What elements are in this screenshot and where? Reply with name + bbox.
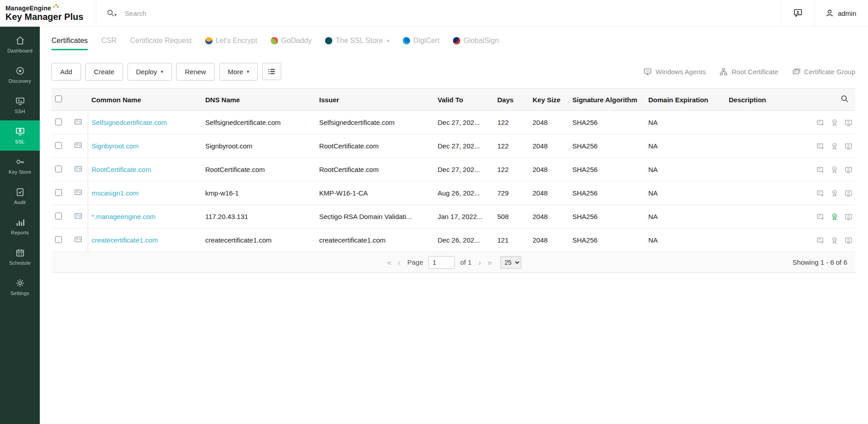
add-button[interactable]: Add — [52, 63, 81, 81]
select-all-checkbox[interactable] — [55, 95, 62, 102]
certificate-group-icon — [792, 67, 801, 76]
tab-globalsign[interactable]: GlobalSign — [453, 27, 499, 55]
column-header-description[interactable]: Description — [725, 89, 801, 111]
deploy-certificate-icon[interactable] — [816, 236, 825, 244]
next-page-button[interactable]: › — [477, 258, 482, 267]
main-content: Certificates CSR Certificate Request Let… — [40, 27, 868, 424]
certificate-link[interactable]: Selfsignedcertificate.com — [92, 119, 167, 126]
sign-certificate-icon[interactable] — [830, 142, 839, 150]
valid-to-cell: Dec 27, 202... — [434, 111, 494, 134]
tab-certificate-request[interactable]: Certificate Request — [130, 27, 192, 55]
topbar: ManageEngine Key Manager Plus ▾ — [0, 0, 868, 27]
dns-name-cell: Signbyroot.com — [202, 134, 316, 158]
previous-page-button[interactable]: ‹ — [396, 258, 402, 267]
deploy-certificate-icon[interactable] — [816, 142, 825, 150]
column-view-button[interactable] — [262, 63, 281, 80]
last-page-button[interactable]: » — [486, 258, 493, 267]
column-header-issuer[interactable]: Issuer — [316, 89, 434, 111]
brand-logo[interactable]: ManageEngine Key Manager Plus — [0, 5, 96, 21]
create-button[interactable]: Create — [85, 63, 123, 81]
column-header-common-name[interactable]: Common Name — [88, 89, 202, 111]
column-header-valid-to[interactable]: Valid To — [434, 89, 494, 111]
renew-certificate-icon[interactable] — [844, 166, 853, 174]
column-header-key-size[interactable]: Key Size — [529, 89, 569, 111]
deploy-certificate-icon[interactable] — [816, 166, 825, 174]
sidebar-item-schedule[interactable]: Schedule — [0, 242, 40, 272]
days-cell: 729 — [494, 181, 529, 205]
renew-certificate-icon[interactable] — [844, 236, 853, 244]
sign-certificate-icon[interactable] — [830, 166, 839, 174]
page-number-input[interactable] — [429, 256, 455, 269]
certificate-link[interactable]: mscasign1.com — [92, 189, 139, 197]
root-certificate-icon — [719, 67, 728, 76]
search-input[interactable] — [125, 10, 315, 17]
renew-certificate-icon[interactable] — [844, 213, 853, 221]
column-header-dns-name[interactable]: DNS Name — [202, 89, 316, 111]
app-root: ManageEngine Key Manager Plus ▾ — [0, 0, 868, 424]
more-button[interactable]: More▾ — [219, 63, 258, 81]
issuer-cell: RootCertificate.com — [316, 134, 434, 158]
table-search-icon[interactable] — [840, 95, 849, 103]
godaddy-icon — [271, 37, 278, 44]
certificate-link[interactable]: RootCertificate.com — [92, 166, 151, 173]
days-cell: 122 — [494, 111, 529, 134]
showing-count-label: Showing 1 - 6 of 6 — [793, 258, 847, 266]
column-header-days[interactable]: Days — [494, 89, 529, 111]
table-row: *.manageengine.com 117.20.43.131 Sectigo… — [52, 205, 855, 229]
row-checkbox[interactable] — [55, 213, 62, 219]
deploy-certificate-icon[interactable] — [816, 213, 825, 221]
sign-certificate-icon[interactable] — [830, 213, 839, 221]
column-header-signature-algorithm[interactable]: Signature Algorithm — [569, 89, 645, 111]
sidebar-item-key-store[interactable]: Key Store — [0, 151, 40, 181]
certificate-link[interactable]: createcertificate1.com — [92, 236, 158, 244]
sidebar-item-ssl[interactable]: SSL — [0, 120, 40, 151]
sign-certificate-icon[interactable] — [830, 189, 839, 197]
tab-digicert[interactable]: DigiCert — [403, 27, 439, 55]
deploy-certificate-icon[interactable] — [816, 189, 825, 197]
key-size-cell: 2048 — [529, 158, 569, 181]
feedback-button[interactable] — [781, 0, 815, 26]
sidebar-item-settings[interactable]: Settings — [0, 272, 40, 302]
user-menu[interactable]: admin — [815, 0, 868, 26]
root-certificate-link[interactable]: Root Certificate — [719, 67, 778, 76]
tab-ssl-store[interactable]: The SSL Store ▾ — [325, 27, 389, 55]
search-icon[interactable] — [106, 9, 115, 18]
row-checkbox[interactable] — [55, 119, 62, 125]
signature-algorithm-cell: SHA256 — [569, 134, 645, 158]
tab-lets-encrypt[interactable]: Let's Encrypt — [205, 27, 257, 55]
windows-agents-link[interactable]: Windows Agents — [643, 67, 706, 76]
certificate-link[interactable]: *.manageengine.com — [92, 213, 156, 220]
page-size-select[interactable]: 25 — [500, 256, 521, 269]
column-header-domain-expiration[interactable]: Domain Expiration — [645, 89, 725, 111]
tab-label: DigiCert — [413, 37, 439, 45]
sign-certificate-icon[interactable] — [830, 236, 839, 244]
renew-certificate-icon[interactable] — [844, 119, 853, 127]
renew-certificate-icon[interactable] — [844, 142, 853, 150]
key-size-cell: 2048 — [529, 205, 569, 229]
certificate-link[interactable]: Signbyroot.com — [92, 142, 139, 150]
tab-csr[interactable]: CSR — [101, 27, 117, 55]
sign-certificate-icon[interactable] — [830, 119, 839, 127]
row-checkbox[interactable] — [55, 142, 62, 149]
row-checkbox[interactable] — [55, 236, 62, 243]
tab-certificates[interactable]: Certificates — [52, 27, 88, 55]
deploy-certificate-icon[interactable] — [816, 119, 825, 127]
sidebar-item-audit[interactable]: Audit — [0, 181, 40, 211]
issuer-cell: Selfsignedcertificate.com — [316, 111, 434, 134]
sidebar-item-label: Dashboard — [7, 48, 33, 53]
sidebar-item-discovery[interactable]: Discovery — [0, 60, 40, 90]
row-checkbox[interactable] — [55, 166, 62, 172]
first-page-button[interactable]: « — [386, 258, 393, 267]
renew-certificate-icon[interactable] — [844, 189, 853, 197]
deploy-button[interactable]: Deploy▾ — [127, 63, 172, 81]
sidebar-item-reports[interactable]: Reports — [0, 211, 40, 242]
chevron-down-icon: ▾ — [387, 38, 390, 44]
sidebar-item-dashboard[interactable]: Dashboard — [0, 29, 40, 60]
tab-godaddy[interactable]: GoDaddy — [271, 27, 312, 55]
renew-button[interactable]: Renew — [176, 63, 215, 81]
sidebar-item-ssh[interactable]: SSH — [0, 90, 40, 120]
certificate-group-link[interactable]: Certificate Group — [792, 67, 855, 76]
search-scope-caret-icon[interactable]: ▾ — [114, 12, 117, 17]
row-checkbox[interactable] — [55, 189, 62, 196]
domain-expiration-cell: NA — [645, 158, 725, 181]
